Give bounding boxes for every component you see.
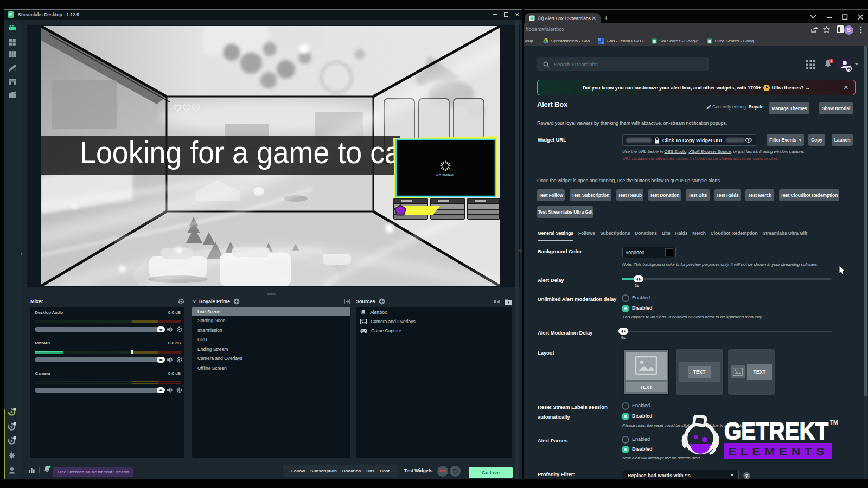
svg-text:GETREKT: GETREKT xyxy=(724,417,828,445)
svg-text:Looking for a game to ca: Looking for a game to ca xyxy=(80,134,401,170)
svg-text:NO SIGNAL: NO SIGNAL xyxy=(436,174,455,177)
svg-text:ELEMENTS: ELEMENTS xyxy=(728,446,828,457)
svg-text:TM: TM xyxy=(830,420,838,426)
